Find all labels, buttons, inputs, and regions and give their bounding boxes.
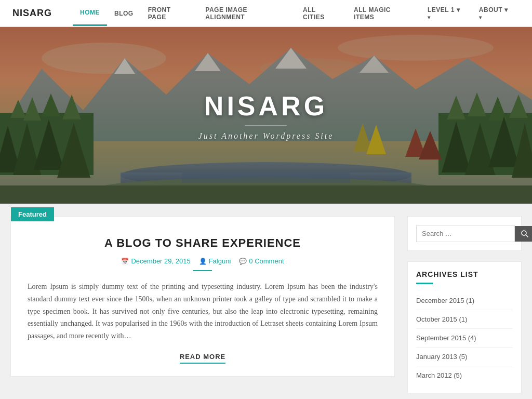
nav-item-frontpage[interactable]: FRONT PAGE	[141, 0, 198, 29]
nav-link-cities[interactable]: ALL CITIES	[296, 0, 347, 29]
archive-item-2: September 2015 (4)	[416, 329, 513, 348]
nav-item-cities[interactable]: ALL CITIES	[296, 0, 347, 29]
navbar: NISARG HOME BLOG FRONT PAGE PAGE IMAGE A…	[0, 0, 532, 27]
archives-title: ARCHIVES LIST	[416, 270, 513, 278]
post-author-link[interactable]: Falguni	[209, 257, 231, 265]
read-more-link[interactable]: READ MORE	[180, 353, 225, 364]
archive-link-0[interactable]: December 2015 (1)	[416, 297, 474, 304]
archive-item-0: December 2015 (1)	[416, 291, 513, 310]
nav-link-magic-items[interactable]: ALL MAGIC ITEMS	[347, 0, 420, 29]
post-comments-text: 0 Comment	[249, 257, 284, 265]
calendar-icon: 📅	[121, 258, 129, 265]
svg-line-37	[526, 235, 528, 237]
nav-link-frontpage[interactable]: FRONT PAGE	[141, 0, 198, 29]
archives-list: December 2015 (1) October 2015 (1) Septe…	[416, 291, 513, 384]
search-box	[407, 216, 522, 251]
nav-link-page-image[interactable]: PAGE IMAGE ALIGNMENT	[198, 0, 296, 29]
nav-link-level1[interactable]: LEVEL 1 ▾	[420, 0, 472, 29]
hero-subtitle: Just Another Wordpress Site	[198, 131, 334, 141]
post-comments: 💬 0 Comment	[239, 257, 284, 265]
nav-link-home[interactable]: HOME	[73, 1, 107, 26]
nav-item-magic-items[interactable]: ALL MAGIC ITEMS	[347, 0, 420, 29]
content-area: Featured A BLOG TO SHARE EXPERIENCE 📅 De…	[0, 204, 532, 399]
search-button[interactable]	[515, 226, 532, 242]
search-icon	[521, 230, 528, 237]
archive-item-1: October 2015 (1)	[416, 310, 513, 329]
nav-menu: HOME BLOG FRONT PAGE PAGE IMAGE ALIGNMEN…	[73, 0, 520, 29]
archive-link-1[interactable]: October 2015 (1)	[416, 315, 467, 323]
nav-item-level1[interactable]: LEVEL 1 ▾	[420, 0, 472, 29]
main-content: Featured A BLOG TO SHARE EXPERIENCE 📅 De…	[10, 216, 395, 393]
nav-item-home[interactable]: HOME	[73, 1, 107, 26]
hero-title: NISARG	[198, 90, 334, 122]
hero-title-underline	[245, 126, 287, 126]
hero-text: NISARG Just Another Wordpress Site	[198, 90, 334, 141]
archive-link-3[interactable]: January 2013 (5)	[416, 353, 467, 361]
post-card: Featured A BLOG TO SHARE EXPERIENCE 📅 De…	[10, 216, 395, 377]
featured-badge: Featured	[11, 207, 54, 221]
post-divider	[193, 270, 212, 271]
author-icon: 👤	[199, 258, 207, 265]
sidebar: ARCHIVES LIST December 2015 (1) October …	[407, 216, 522, 393]
nav-item-about[interactable]: ABOUT ▾	[472, 0, 520, 29]
hero-section: NISARG Just Another Wordpress Site	[0, 27, 532, 204]
brand[interactable]: NISARG	[12, 8, 52, 19]
archive-link-4[interactable]: March 2012 (5)	[416, 371, 462, 379]
nav-link-blog[interactable]: BLOG	[107, 2, 141, 25]
post-author: 👤 Falguni	[199, 257, 231, 265]
nav-item-page-image[interactable]: PAGE IMAGE ALIGNMENT	[198, 0, 296, 29]
search-input[interactable]	[416, 225, 515, 242]
post-meta: 📅 December 29, 2015 👤 Falguni 💬 0 Commen…	[28, 257, 378, 265]
nav-link-about[interactable]: ABOUT ▾	[472, 0, 520, 29]
post-date: 📅 December 29, 2015	[121, 257, 190, 265]
search-form	[416, 225, 513, 242]
post-excerpt: Lorem Ipsum is simply dummy text of the …	[28, 281, 378, 342]
archives-underline	[416, 283, 433, 284]
archive-item-4: March 2012 (5)	[416, 366, 513, 384]
comment-icon: 💬	[239, 258, 247, 265]
post-date-text: December 29, 2015	[131, 257, 190, 265]
archive-item-3: January 2013 (5)	[416, 348, 513, 366]
nav-item-blog[interactable]: BLOG	[107, 2, 141, 25]
archives-box: ARCHIVES LIST December 2015 (1) October …	[407, 261, 522, 393]
archive-link-2[interactable]: September 2015 (4)	[416, 334, 476, 342]
post-title: A BLOG TO SHARE EXPERIENCE	[28, 236, 378, 250]
